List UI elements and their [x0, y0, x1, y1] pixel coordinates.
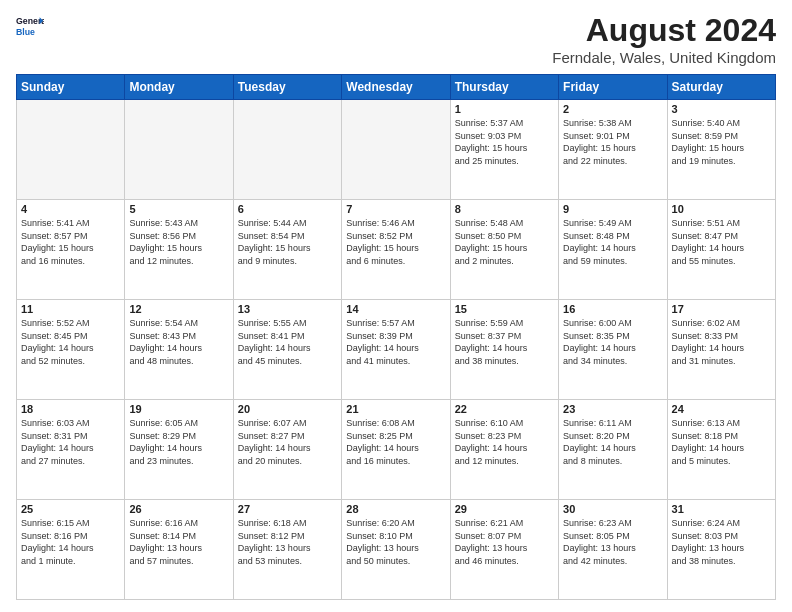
- table-row: 14Sunrise: 5:57 AM Sunset: 8:39 PM Dayli…: [342, 300, 450, 400]
- col-monday: Monday: [125, 75, 233, 100]
- day-info: Sunrise: 6:20 AM Sunset: 8:10 PM Dayligh…: [346, 517, 445, 567]
- logo: General Blue: [16, 12, 44, 40]
- week-row-3: 18Sunrise: 6:03 AM Sunset: 8:31 PM Dayli…: [17, 400, 776, 500]
- day-number: 1: [455, 103, 554, 115]
- day-info: Sunrise: 6:00 AM Sunset: 8:35 PM Dayligh…: [563, 317, 662, 367]
- table-row: 1Sunrise: 5:37 AM Sunset: 9:03 PM Daylig…: [450, 100, 558, 200]
- day-number: 22: [455, 403, 554, 415]
- day-info: Sunrise: 5:57 AM Sunset: 8:39 PM Dayligh…: [346, 317, 445, 367]
- table-row: 26Sunrise: 6:16 AM Sunset: 8:14 PM Dayli…: [125, 500, 233, 600]
- day-info: Sunrise: 5:49 AM Sunset: 8:48 PM Dayligh…: [563, 217, 662, 267]
- day-number: 2: [563, 103, 662, 115]
- table-row: 24Sunrise: 6:13 AM Sunset: 8:18 PM Dayli…: [667, 400, 775, 500]
- day-info: Sunrise: 5:54 AM Sunset: 8:43 PM Dayligh…: [129, 317, 228, 367]
- day-info: Sunrise: 6:16 AM Sunset: 8:14 PM Dayligh…: [129, 517, 228, 567]
- day-number: 26: [129, 503, 228, 515]
- table-row: 6Sunrise: 5:44 AM Sunset: 8:54 PM Daylig…: [233, 200, 341, 300]
- table-row: 4Sunrise: 5:41 AM Sunset: 8:57 PM Daylig…: [17, 200, 125, 300]
- day-info: Sunrise: 6:10 AM Sunset: 8:23 PM Dayligh…: [455, 417, 554, 467]
- day-number: 18: [21, 403, 120, 415]
- day-info: Sunrise: 5:46 AM Sunset: 8:52 PM Dayligh…: [346, 217, 445, 267]
- table-row: 3Sunrise: 5:40 AM Sunset: 8:59 PM Daylig…: [667, 100, 775, 200]
- table-row: 12Sunrise: 5:54 AM Sunset: 8:43 PM Dayli…: [125, 300, 233, 400]
- day-info: Sunrise: 5:51 AM Sunset: 8:47 PM Dayligh…: [672, 217, 771, 267]
- day-number: 5: [129, 203, 228, 215]
- table-row: 10Sunrise: 5:51 AM Sunset: 8:47 PM Dayli…: [667, 200, 775, 300]
- day-info: Sunrise: 5:52 AM Sunset: 8:45 PM Dayligh…: [21, 317, 120, 367]
- day-info: Sunrise: 5:43 AM Sunset: 8:56 PM Dayligh…: [129, 217, 228, 267]
- day-info: Sunrise: 5:37 AM Sunset: 9:03 PM Dayligh…: [455, 117, 554, 167]
- table-row: 2Sunrise: 5:38 AM Sunset: 9:01 PM Daylig…: [559, 100, 667, 200]
- day-number: 6: [238, 203, 337, 215]
- table-row: [233, 100, 341, 200]
- table-row: 13Sunrise: 5:55 AM Sunset: 8:41 PM Dayli…: [233, 300, 341, 400]
- table-row: 30Sunrise: 6:23 AM Sunset: 8:05 PM Dayli…: [559, 500, 667, 600]
- day-number: 4: [21, 203, 120, 215]
- table-row: 5Sunrise: 5:43 AM Sunset: 8:56 PM Daylig…: [125, 200, 233, 300]
- table-row: 18Sunrise: 6:03 AM Sunset: 8:31 PM Dayli…: [17, 400, 125, 500]
- week-row-4: 25Sunrise: 6:15 AM Sunset: 8:16 PM Dayli…: [17, 500, 776, 600]
- header-row: Sunday Monday Tuesday Wednesday Thursday…: [17, 75, 776, 100]
- day-number: 8: [455, 203, 554, 215]
- day-number: 17: [672, 303, 771, 315]
- table-row: 11Sunrise: 5:52 AM Sunset: 8:45 PM Dayli…: [17, 300, 125, 400]
- day-number: 9: [563, 203, 662, 215]
- logo-icon: General Blue: [16, 12, 44, 40]
- day-number: 29: [455, 503, 554, 515]
- table-row: 29Sunrise: 6:21 AM Sunset: 8:07 PM Dayli…: [450, 500, 558, 600]
- subtitle: Ferndale, Wales, United Kingdom: [552, 49, 776, 66]
- table-row: 8Sunrise: 5:48 AM Sunset: 8:50 PM Daylig…: [450, 200, 558, 300]
- day-info: Sunrise: 6:05 AM Sunset: 8:29 PM Dayligh…: [129, 417, 228, 467]
- day-info: Sunrise: 5:44 AM Sunset: 8:54 PM Dayligh…: [238, 217, 337, 267]
- day-number: 7: [346, 203, 445, 215]
- page: General Blue August 2024 Ferndale, Wales…: [0, 0, 792, 612]
- table-row: 31Sunrise: 6:24 AM Sunset: 8:03 PM Dayli…: [667, 500, 775, 600]
- col-thursday: Thursday: [450, 75, 558, 100]
- day-info: Sunrise: 5:38 AM Sunset: 9:01 PM Dayligh…: [563, 117, 662, 167]
- table-row: [125, 100, 233, 200]
- table-row: 20Sunrise: 6:07 AM Sunset: 8:27 PM Dayli…: [233, 400, 341, 500]
- col-tuesday: Tuesday: [233, 75, 341, 100]
- day-number: 27: [238, 503, 337, 515]
- week-row-1: 4Sunrise: 5:41 AM Sunset: 8:57 PM Daylig…: [17, 200, 776, 300]
- day-info: Sunrise: 6:08 AM Sunset: 8:25 PM Dayligh…: [346, 417, 445, 467]
- day-info: Sunrise: 6:03 AM Sunset: 8:31 PM Dayligh…: [21, 417, 120, 467]
- main-title: August 2024: [552, 12, 776, 49]
- day-number: 31: [672, 503, 771, 515]
- table-row: 7Sunrise: 5:46 AM Sunset: 8:52 PM Daylig…: [342, 200, 450, 300]
- day-info: Sunrise: 6:21 AM Sunset: 8:07 PM Dayligh…: [455, 517, 554, 567]
- table-row: 19Sunrise: 6:05 AM Sunset: 8:29 PM Dayli…: [125, 400, 233, 500]
- day-number: 20: [238, 403, 337, 415]
- day-info: Sunrise: 6:02 AM Sunset: 8:33 PM Dayligh…: [672, 317, 771, 367]
- table-row: 15Sunrise: 5:59 AM Sunset: 8:37 PM Dayli…: [450, 300, 558, 400]
- svg-text:Blue: Blue: [16, 27, 35, 37]
- table-row: [342, 100, 450, 200]
- col-saturday: Saturday: [667, 75, 775, 100]
- day-info: Sunrise: 6:13 AM Sunset: 8:18 PM Dayligh…: [672, 417, 771, 467]
- day-number: 30: [563, 503, 662, 515]
- day-info: Sunrise: 5:48 AM Sunset: 8:50 PM Dayligh…: [455, 217, 554, 267]
- day-info: Sunrise: 5:40 AM Sunset: 8:59 PM Dayligh…: [672, 117, 771, 167]
- day-number: 13: [238, 303, 337, 315]
- day-number: 3: [672, 103, 771, 115]
- day-info: Sunrise: 6:23 AM Sunset: 8:05 PM Dayligh…: [563, 517, 662, 567]
- table-row: 9Sunrise: 5:49 AM Sunset: 8:48 PM Daylig…: [559, 200, 667, 300]
- table-row: 23Sunrise: 6:11 AM Sunset: 8:20 PM Dayli…: [559, 400, 667, 500]
- calendar-header: Sunday Monday Tuesday Wednesday Thursday…: [17, 75, 776, 100]
- day-number: 15: [455, 303, 554, 315]
- day-number: 25: [21, 503, 120, 515]
- table-row: 27Sunrise: 6:18 AM Sunset: 8:12 PM Dayli…: [233, 500, 341, 600]
- day-info: Sunrise: 5:41 AM Sunset: 8:57 PM Dayligh…: [21, 217, 120, 267]
- day-number: 11: [21, 303, 120, 315]
- week-row-2: 11Sunrise: 5:52 AM Sunset: 8:45 PM Dayli…: [17, 300, 776, 400]
- table-row: 25Sunrise: 6:15 AM Sunset: 8:16 PM Dayli…: [17, 500, 125, 600]
- table-row: 16Sunrise: 6:00 AM Sunset: 8:35 PM Dayli…: [559, 300, 667, 400]
- day-number: 24: [672, 403, 771, 415]
- day-number: 23: [563, 403, 662, 415]
- day-info: Sunrise: 6:11 AM Sunset: 8:20 PM Dayligh…: [563, 417, 662, 467]
- table-row: 28Sunrise: 6:20 AM Sunset: 8:10 PM Dayli…: [342, 500, 450, 600]
- day-info: Sunrise: 6:24 AM Sunset: 8:03 PM Dayligh…: [672, 517, 771, 567]
- table-row: [17, 100, 125, 200]
- day-number: 28: [346, 503, 445, 515]
- col-friday: Friday: [559, 75, 667, 100]
